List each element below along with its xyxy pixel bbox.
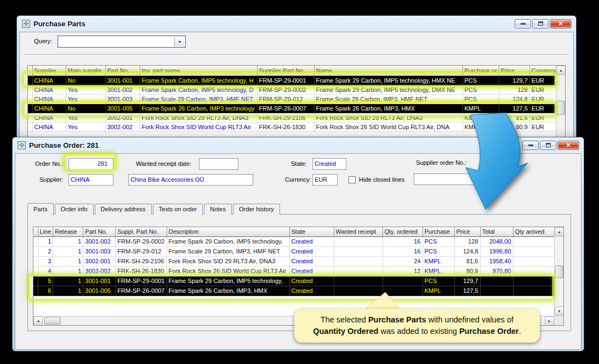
- combobox-dropdown-button[interactable]: ▼: [174, 37, 185, 47]
- cell[interactable]: 6: [38, 286, 53, 296]
- cell[interactable]: KMPL: [423, 266, 454, 276]
- cell[interactable]: Created: [289, 276, 334, 286]
- column-header[interactable]: Line: [38, 227, 53, 236]
- cell[interactable]: 1: [53, 256, 83, 266]
- cell[interactable]: Frame Spark Carbon, IMP5 technology, D: [140, 85, 257, 94]
- cell[interactable]: [513, 236, 556, 246]
- table-row[interactable]: CHINANo3001-005Frame Spark 26 Carbon, IM…: [28, 103, 558, 113]
- cell[interactable]: 3: [38, 256, 53, 266]
- cell[interactable]: EUR: [529, 122, 558, 131]
- table-row[interactable]: CHINAYes3001-002Frame Spark Carbon, IMP5…: [28, 85, 558, 94]
- cell[interactable]: 1996,80: [480, 246, 513, 256]
- column-header[interactable]: Price: [454, 227, 480, 236]
- cell[interactable]: 1: [53, 266, 83, 276]
- cell[interactable]: CHINA: [32, 122, 66, 131]
- cell[interactable]: PCS: [423, 236, 454, 246]
- cell[interactable]: 12: [383, 266, 423, 276]
- cell[interactable]: 1: [38, 236, 53, 246]
- cell[interactable]: 1: [53, 276, 83, 286]
- cell[interactable]: 128: [499, 85, 529, 94]
- table-row[interactable]: CHINAYes3002-001Fork Rock Shox SID 29 RL…: [28, 113, 558, 122]
- scroll-left-button[interactable]: ◄: [33, 316, 43, 326]
- column-header[interactable]: Supplier Part No.: [257, 66, 314, 76]
- supplier-order-no-field[interactable]: [414, 174, 484, 185]
- cell[interactable]: 1958,40: [480, 256, 513, 266]
- cell[interactable]: Fork Rock Shox SID 29 RLT3 Air, DNA3: [167, 256, 289, 266]
- cell[interactable]: [383, 286, 423, 296]
- cell[interactable]: 16: [383, 236, 423, 246]
- cell[interactable]: Frame Spark 26 Carbon, IMP3 technology: [140, 103, 257, 113]
- cell[interactable]: PCS: [463, 85, 499, 94]
- cell[interactable]: Fork Rock Shox 26 SID World Cup RLT3 Air…: [314, 122, 463, 131]
- cell[interactable]: CHINA: [32, 113, 66, 122]
- cell[interactable]: 3001-003: [105, 94, 140, 103]
- cell[interactable]: 24: [383, 256, 423, 266]
- cell[interactable]: FRK-SH-29-2106: [116, 256, 167, 266]
- cell[interactable]: Fork Rock Shox SID 29 RLT3 Air, DNA3: [140, 113, 257, 122]
- cell[interactable]: [480, 276, 513, 286]
- cell[interactable]: 1: [53, 246, 83, 256]
- cell[interactable]: FRM-SP-29-012: [116, 246, 167, 256]
- column-header[interactable]: Qty. ordered: [383, 227, 423, 236]
- column-header[interactable]: Purchase: [423, 227, 454, 236]
- cell[interactable]: Frame Spark 26 Carbon, IMP3, HMX: [167, 286, 289, 296]
- cell[interactable]: Frame Scale 29 Carbon, IMP3, HMF NET: [314, 94, 463, 103]
- tab-parts[interactable]: Parts: [27, 203, 54, 216]
- cell[interactable]: EUR: [529, 85, 558, 94]
- vertical-scrollbar[interactable]: ▲: [556, 66, 565, 140]
- cell[interactable]: 2: [38, 246, 53, 256]
- cell[interactable]: EUR: [529, 103, 558, 113]
- cell[interactable]: CHINA: [32, 85, 66, 94]
- cell[interactable]: Yes: [66, 94, 105, 103]
- cell[interactable]: Created: [289, 286, 334, 296]
- table-row[interactable]: 113001-002FRM-SP-29-0002Frame Spark 29 C…: [33, 236, 556, 246]
- cell[interactable]: 4: [38, 266, 53, 276]
- cell[interactable]: PCS: [463, 76, 499, 85]
- cell[interactable]: 16: [383, 246, 423, 256]
- query-combobox[interactable]: ▼: [58, 36, 186, 48]
- cell[interactable]: 129,7: [499, 76, 529, 85]
- cell[interactable]: [480, 286, 513, 296]
- cell[interactable]: Frame Scale 29 Carbon, IMP3, HMF NET: [167, 246, 289, 256]
- cell[interactable]: Created: [289, 246, 334, 256]
- cell[interactable]: [383, 276, 423, 286]
- column-header[interactable]: Total: [480, 227, 513, 236]
- cell[interactable]: [513, 286, 556, 296]
- scroll-right-button[interactable]: ►: [545, 316, 554, 326]
- column-header[interactable]: Purchase ur: [463, 66, 499, 76]
- cell[interactable]: Frame Spark 29 Carbon, IMP5 technology, …: [314, 85, 463, 94]
- title-bar[interactable]: ✣ Purchase Order: 281 ✕: [13, 137, 584, 153]
- supplier-name-field[interactable]: China Bike Accessories OÜ: [128, 174, 253, 186]
- cell[interactable]: FRK-SH-26-1830: [116, 266, 167, 276]
- cell[interactable]: Frame Scale 29 Carbon, IMP3, HMF NET: [140, 94, 257, 103]
- cell[interactable]: 80,9: [499, 122, 529, 131]
- close-button[interactable]: ✕: [557, 141, 579, 150]
- cell[interactable]: EUR: [529, 76, 558, 85]
- column-header[interactable]: State: [289, 227, 334, 236]
- tab-order-info[interactable]: Order info: [55, 204, 94, 215]
- table-row[interactable]: CHINAYes3002-002Fork Rock Shox SID World…: [28, 122, 558, 131]
- cell[interactable]: PCS: [423, 276, 454, 286]
- cell[interactable]: 3002-001: [83, 256, 116, 266]
- cell[interactable]: CHINA: [32, 94, 66, 103]
- cell[interactable]: [513, 256, 556, 266]
- cell[interactable]: FRK-SH-26-1830: [257, 122, 314, 131]
- table-row[interactable]: 513001-001FRM-SP-29-0001Frame Spark 29 C…: [33, 276, 556, 286]
- title-bar[interactable]: ✣ Purchase Parts ✕: [17, 16, 576, 31]
- cell[interactable]: No: [66, 103, 105, 113]
- cell[interactable]: EUR: [529, 113, 558, 122]
- cell[interactable]: FRM-SP-29-0002: [257, 85, 314, 94]
- scroll-thumb[interactable]: [44, 317, 61, 325]
- cell[interactable]: 127,5: [454, 286, 480, 296]
- tab-notes[interactable]: Notes: [204, 204, 232, 215]
- table-row[interactable]: 413002-002FRK-SH-26-1830Fork Rock Shox 2…: [33, 266, 556, 276]
- column-header[interactable]: Part No.: [83, 227, 116, 236]
- cell[interactable]: PCS: [463, 94, 499, 103]
- tab-texts-on-order[interactable]: Texts on order: [153, 204, 203, 215]
- scroll-thumb[interactable]: [555, 265, 563, 278]
- cell[interactable]: KMPL: [463, 103, 499, 113]
- cell[interactable]: Frame Spark 29 Carbon, IMP5 technology,: [167, 276, 289, 286]
- minimize-button[interactable]: [515, 19, 531, 28]
- cell[interactable]: 1: [53, 236, 83, 246]
- cell[interactable]: Fork Rock Shox SID World Cup RLT3 Air: [140, 122, 257, 131]
